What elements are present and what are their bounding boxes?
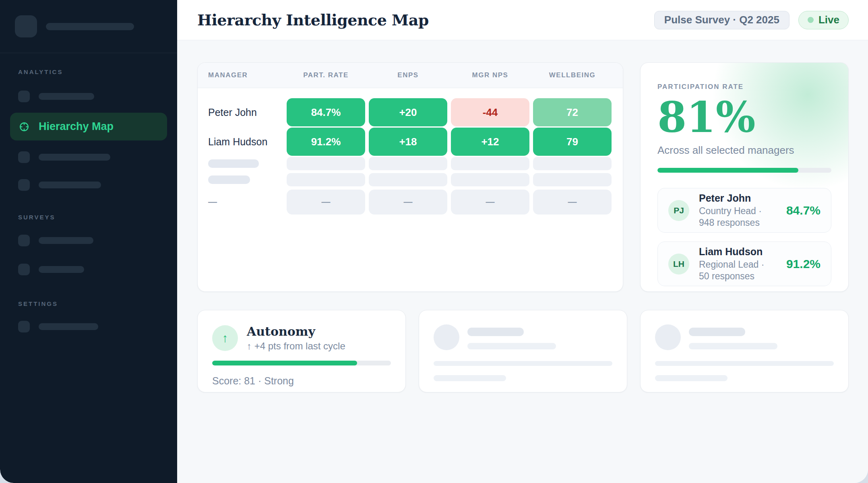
manager-name: Peter John — [699, 192, 777, 204]
column-header-part-rate: PART. RATE — [287, 71, 365, 79]
sidebar-logo-area — [0, 0, 177, 53]
empty-cell: — — [369, 190, 447, 215]
heatmap-cell-enps[interactable]: +18 — [369, 128, 447, 156]
heatmap-cell-wellbeing[interactable]: 79 — [533, 128, 612, 156]
sidebar-item-skeleton — [10, 151, 167, 163]
skeleton-bar — [434, 375, 506, 381]
skeleton-cell — [369, 157, 447, 170]
skeleton-bar — [39, 182, 101, 188]
skeleton-icon-placeholder — [18, 264, 30, 275]
sidebar: ANALYTICS Hierarchy Map — [0, 0, 177, 483]
skeleton-bar — [467, 343, 556, 349]
sidebar-item-skeleton — [10, 235, 167, 246]
sidebar-section-settings: SETTINGS — [18, 300, 167, 307]
crosshair-icon — [19, 122, 29, 132]
sidebar-item-hierarchy-map[interactable]: Hierarchy Map — [10, 113, 167, 140]
table-row: Liam Hudson 91.2% +18 +12 79 — [208, 128, 612, 156]
sidebar-item-label: Hierarchy Map — [39, 120, 114, 133]
column-header-enps: ENPS — [369, 71, 447, 79]
empty-cell: — — [451, 190, 529, 215]
participation-label: PARTICIPATION RATE — [657, 83, 831, 91]
heatmap-cell-part-rate[interactable]: 91.2% — [287, 128, 365, 156]
heatmap-cell-mgr-nps[interactable]: +12 — [451, 128, 529, 156]
sidebar-section-analytics: ANALYTICS — [18, 68, 167, 75]
participation-subtitle: Across all selected managers — [657, 144, 831, 157]
heatmap-cell-mgr-nps[interactable]: -44 — [451, 98, 529, 126]
participation-progress-fill — [657, 168, 798, 173]
driver-card-skeleton — [640, 310, 849, 392]
skeleton-icon-placeholder — [18, 321, 30, 332]
column-header-mgr-nps: MGR NPS — [451, 71, 529, 79]
topbar: Hierarchy Intelligence Map Pulse Survey … — [177, 0, 868, 40]
skeleton-cell — [451, 157, 529, 170]
table-row-skeleton — [208, 157, 612, 170]
manager-meta: Regional Lead · 50 responses — [699, 259, 777, 282]
skeleton-bar — [689, 328, 745, 336]
avatar: PJ — [668, 200, 689, 221]
skeleton-bar — [39, 266, 84, 273]
logo-placeholder — [15, 15, 37, 37]
empty-cell: — — [533, 190, 612, 215]
skeleton-bar — [208, 175, 250, 184]
empty-value-dash: — — [208, 197, 283, 207]
table-row-empty: — — — — — — [208, 190, 612, 215]
logo-text-placeholder — [46, 23, 134, 30]
live-dot-icon — [808, 17, 814, 23]
live-status-badge: Live — [798, 11, 849, 29]
sidebar-item-skeleton — [10, 179, 167, 191]
up-arrow-icon: ↑ — [212, 325, 238, 351]
skeleton-bar — [39, 154, 110, 161]
skeleton-avatar — [655, 324, 681, 350]
column-header-manager: MANAGER — [208, 71, 283, 79]
driver-delta: ↑ +4 pts from last cycle — [247, 341, 345, 352]
sidebar-item-skeleton — [10, 91, 167, 102]
skeleton-bar — [689, 343, 777, 349]
skeleton-bar — [39, 237, 93, 244]
skeleton-cell — [533, 173, 612, 186]
driver-card-skeleton — [419, 310, 627, 392]
skeleton-icon-placeholder — [18, 91, 30, 102]
skeleton-icon-placeholder — [18, 151, 30, 163]
skeleton-bar — [467, 328, 524, 336]
skeleton-icon-placeholder — [18, 235, 30, 246]
sidebar-section-surveys: SURVEYS — [18, 214, 167, 221]
participation-progress-bar — [657, 168, 831, 173]
table-row-skeleton — [208, 173, 612, 186]
column-header-wellbeing: WELLBEING — [533, 71, 612, 79]
heatmap-cell-part-rate[interactable]: 84.7% — [287, 98, 365, 126]
heatmap-cell-enps[interactable]: +20 — [369, 98, 447, 126]
table-row: Peter John 84.7% +20 -44 72 — [208, 98, 612, 126]
manager-name: Liam Hudson — [699, 246, 777, 258]
avatar: LH — [668, 254, 689, 275]
manager-rate: 84.7% — [786, 204, 820, 217]
participation-value: 81% — [657, 97, 831, 138]
skeleton-bar — [39, 323, 98, 330]
skeleton-bar — [655, 375, 727, 381]
manager-name: Peter John — [208, 107, 283, 118]
page-title: Hierarchy Intelligence Map — [197, 11, 429, 29]
skeleton-cell — [287, 173, 365, 186]
skeleton-cell — [369, 173, 447, 186]
sidebar-item-skeleton — [10, 321, 167, 332]
heatmap-cell-wellbeing[interactable]: 72 — [533, 98, 612, 126]
sidebar-item-skeleton — [10, 264, 167, 275]
participation-card: PARTICIPATION RATE 81% Across all select… — [640, 62, 849, 292]
skeleton-avatar — [434, 324, 459, 350]
app-window: ANALYTICS Hierarchy Map — [0, 0, 868, 483]
manager-rate: 91.2% — [786, 257, 820, 271]
manager-meta: Country Head · 948 responses — [699, 205, 777, 229]
driver-score: Score: 81 · Strong — [212, 375, 391, 387]
driver-title: Autonomy — [247, 324, 345, 339]
table-header-row: MANAGER PART. RATE ENPS MGR NPS WELLBEIN… — [198, 63, 623, 88]
manager-list-item[interactable]: LH Liam Hudson Regional Lead · 50 respon… — [657, 242, 831, 286]
live-label: Live — [818, 14, 839, 26]
driver-card-autonomy: ↑ Autonomy ↑ +4 pts from last cycle Scor… — [197, 310, 406, 392]
survey-selector-chip[interactable]: Pulse Survey · Q2 2025 — [654, 11, 789, 29]
skeleton-cell — [451, 173, 529, 186]
manager-list-item[interactable]: PJ Peter John Country Head · 948 respons… — [657, 188, 831, 233]
skeleton-cell — [287, 157, 365, 170]
skeleton-bar — [434, 361, 612, 366]
skeleton-icon-placeholder — [18, 179, 30, 191]
manager-name: Liam Hudson — [208, 136, 283, 148]
driver-progress-fill — [212, 361, 357, 365]
